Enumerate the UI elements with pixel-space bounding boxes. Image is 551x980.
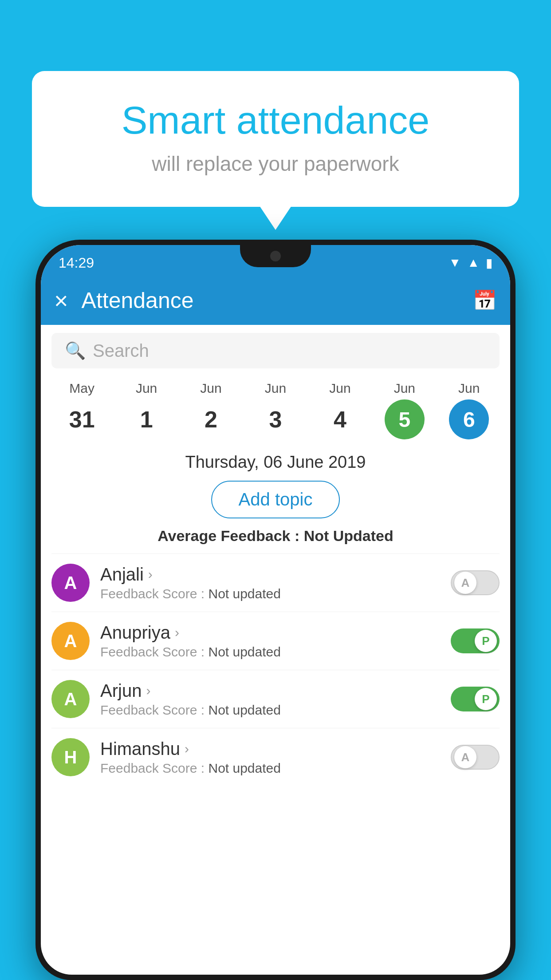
app-toolbar: × Attendance 📅	[41, 276, 510, 325]
avatar: A	[51, 680, 90, 718]
toggle-knob: A	[454, 572, 476, 594]
student-name-text: Arjun	[100, 681, 142, 701]
date-day[interactable]: 4	[320, 399, 360, 439]
date-item-31[interactable]: May31	[62, 381, 102, 439]
attendance-toggle[interactable]: P	[451, 687, 500, 711]
front-camera	[270, 251, 281, 261]
student-item-arjun[interactable]: AArjun›Feedback Score : Not updatedP	[51, 670, 500, 728]
close-button[interactable]: ×	[54, 287, 68, 314]
search-bar[interactable]: 🔍 Search	[51, 333, 500, 368]
chevron-right-icon: ›	[185, 741, 189, 756]
feedback-score: Feedback Score : Not updated	[100, 586, 451, 601]
speech-bubble-title: Smart attendance	[67, 98, 484, 143]
feedback-score: Feedback Score : Not updated	[100, 761, 451, 776]
date-month: Jun	[265, 381, 286, 396]
student-item-anupriya[interactable]: AAnupriya›Feedback Score : Not updatedP	[51, 612, 500, 670]
date-month: Jun	[394, 381, 415, 396]
date-item-2[interactable]: Jun2	[191, 381, 231, 439]
date-month: Jun	[200, 381, 221, 396]
speech-bubble-container: Smart attendance will replace your paper…	[32, 71, 519, 207]
feedback-score: Feedback Score : Not updated	[100, 703, 451, 718]
toolbar-title: Attendance	[82, 288, 472, 313]
attendance-toggle[interactable]: P	[451, 628, 500, 653]
student-name-text: Anupriya	[100, 623, 170, 643]
chevron-right-icon: ›	[175, 625, 179, 640]
date-month: May	[69, 381, 94, 396]
avatar: A	[51, 622, 90, 660]
date-month: Jun	[329, 381, 350, 396]
student-name: Anupriya›	[100, 623, 451, 643]
date-day[interactable]: 6	[449, 399, 489, 439]
toggle-knob: A	[454, 746, 476, 768]
speech-bubble: Smart attendance will replace your paper…	[32, 71, 519, 207]
date-picker: May31Jun1Jun2Jun3Jun4Jun5Jun6	[41, 376, 510, 448]
status-time: 14:29	[59, 255, 94, 271]
phone-inner: 14:29 ▼ ▲ ▮ × Attendance 📅 🔍 Search May3…	[41, 245, 510, 975]
phone-frame: 14:29 ▼ ▲ ▮ × Attendance 📅 🔍 Search May3…	[35, 240, 516, 980]
battery-icon: ▮	[486, 256, 492, 270]
phone-notch	[240, 245, 311, 267]
add-topic-button[interactable]: Add topic	[211, 481, 340, 518]
date-item-4[interactable]: Jun4	[320, 381, 360, 439]
speech-bubble-subtitle: will replace your paperwork	[67, 152, 484, 176]
search-input[interactable]: Search	[93, 341, 149, 361]
average-feedback: Average Feedback : Not Updated	[41, 527, 510, 545]
status-icons: ▼ ▲ ▮	[449, 256, 492, 270]
student-info: Arjun›Feedback Score : Not updated	[90, 681, 451, 718]
signal-icon: ▲	[467, 256, 480, 270]
student-info: Himanshu›Feedback Score : Not updated	[90, 739, 451, 776]
student-item-himanshu[interactable]: HHimanshu›Feedback Score : Not updatedA	[51, 728, 500, 786]
search-icon: 🔍	[65, 341, 86, 360]
student-info: Anjali›Feedback Score : Not updated	[90, 565, 451, 601]
date-day[interactable]: 5	[385, 399, 425, 439]
student-name: Himanshu›	[100, 739, 451, 759]
student-name: Arjun›	[100, 681, 451, 701]
attendance-toggle[interactable]: A	[451, 570, 500, 595]
chevron-right-icon: ›	[148, 567, 153, 582]
student-info: Anupriya›Feedback Score : Not updated	[90, 623, 451, 660]
date-item-5[interactable]: Jun5	[385, 381, 425, 439]
student-name-text: Himanshu	[100, 739, 180, 759]
chevron-right-icon: ›	[146, 683, 150, 698]
avg-feedback-label: Average Feedback :	[157, 527, 303, 544]
avatar: A	[51, 564, 90, 602]
date-day[interactable]: 3	[256, 399, 295, 439]
date-day[interactable]: 31	[62, 399, 102, 439]
toggle-knob: P	[475, 630, 497, 652]
date-info: Thursday, 06 June 2019	[41, 448, 510, 481]
date-month: Jun	[458, 381, 480, 396]
date-day[interactable]: 1	[126, 399, 166, 439]
student-item-anjali[interactable]: AAnjali›Feedback Score : Not updatedA	[51, 553, 500, 612]
student-name: Anjali›	[100, 565, 451, 585]
avatar: H	[51, 738, 90, 776]
feedback-score: Feedback Score : Not updated	[100, 644, 451, 660]
date-day[interactable]: 2	[191, 399, 231, 439]
avg-feedback-value: Not Updated	[304, 527, 394, 544]
selected-date: Thursday, 06 June 2019	[185, 453, 366, 471]
date-item-6[interactable]: Jun6	[449, 381, 489, 439]
attendance-toggle[interactable]: A	[451, 745, 500, 770]
date-month: Jun	[136, 381, 157, 396]
date-item-1[interactable]: Jun1	[126, 381, 166, 439]
student-name-text: Anjali	[100, 565, 144, 585]
wifi-icon: ▼	[449, 256, 461, 270]
student-list: AAnjali›Feedback Score : Not updatedAAAn…	[41, 553, 510, 786]
toggle-knob: P	[475, 688, 497, 710]
calendar-icon[interactable]: 📅	[472, 289, 497, 312]
date-item-3[interactable]: Jun3	[256, 381, 295, 439]
